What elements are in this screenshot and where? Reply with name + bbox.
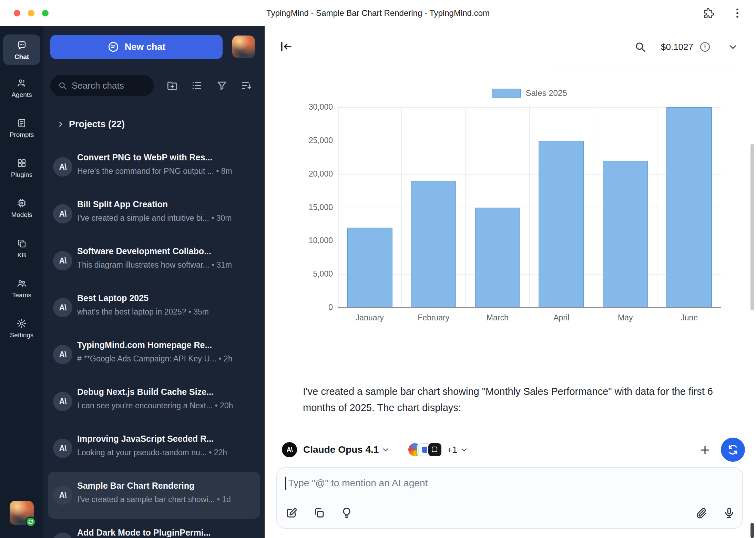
canvas-edit-icon[interactable] — [285, 507, 298, 519]
bulk-select-button[interactable] — [191, 80, 203, 91]
x-tick-label: March — [466, 313, 530, 322]
new-chat-button[interactable]: New chat — [50, 35, 223, 59]
chat-list-item[interactable]: A\Bill Split App CreationI've created a … — [48, 190, 260, 237]
chat-preview: This diagram illustrates how softwar... … — [77, 260, 254, 270]
plugin-icon-3[interactable] — [428, 443, 441, 456]
ai-logo-avatar: A\ — [53, 157, 72, 177]
ai-logo-avatar: A\ — [53, 251, 72, 270]
chat-title: Improving JavaScript Seeded R... — [77, 433, 254, 444]
gridline — [338, 208, 721, 208]
message-input[interactable]: Type "@" to mention an AI agent — [276, 467, 743, 529]
assistant-message: I've created a sample bar chart showing … — [303, 383, 735, 416]
projects-toggle[interactable]: Projects (22) — [57, 117, 125, 131]
suggestions-icon[interactable] — [340, 507, 353, 519]
chat-preview: Here's the command for PNG output ... • … — [77, 166, 254, 176]
ai-logo-avatar: A\ — [53, 345, 72, 364]
agents-icon — [17, 78, 27, 88]
filter-chats-button[interactable] — [216, 80, 228, 91]
chat-icon — [17, 40, 27, 50]
rail-item-teams[interactable]: Teams — [0, 278, 43, 299]
x-tick-label: April — [530, 313, 594, 322]
rail-item-label: Agents — [11, 91, 32, 99]
kb-icon — [17, 238, 27, 249]
add-attachment-button[interactable] — [698, 444, 712, 457]
y-tick-label: 15,000 — [285, 203, 333, 212]
rail-item-label: Chat — [14, 53, 29, 61]
voice-input-icon[interactable] — [723, 507, 735, 519]
rail-item-settings[interactable]: Settings — [0, 318, 43, 339]
rail-item-agents[interactable]: Agents — [0, 78, 43, 99]
cost-warning-icon[interactable] — [699, 41, 711, 53]
ai-logo-avatar: A\ — [53, 204, 72, 223]
chat-list-item[interactable]: A\Best Laptop 2025what's the best laptop… — [48, 284, 260, 331]
chat-time: • 1d — [217, 495, 231, 504]
chat-title: Software Development Collabo... — [77, 246, 254, 257]
x-tick-label: February — [402, 313, 466, 322]
rail-item-label: Prompts — [10, 131, 34, 139]
chat-title: Debug Next.js Build Cache Size... — [77, 386, 254, 397]
plugins-chevron-icon[interactable] — [460, 446, 468, 454]
attach-file-icon[interactable] — [695, 507, 708, 519]
rail-item-chat[interactable]: Chat — [3, 34, 40, 65]
chat-time: • 8m — [216, 167, 232, 176]
user-avatar[interactable] — [232, 36, 255, 58]
rail-item-kb[interactable]: KB — [0, 238, 43, 259]
ai-logo-avatar: A\ — [53, 486, 72, 505]
chat-preview: I've created a simple and intuitive bi..… — [77, 213, 254, 223]
chat-list-item[interactable]: A\Debug Next.js Build Cache Size...I can… — [48, 378, 260, 425]
chat-list-item[interactable]: A\Software Development Collabo...This di… — [48, 237, 260, 284]
sync-status-badge — [25, 517, 36, 527]
y-tick-label: 20,000 — [285, 169, 333, 179]
scrollbar-thumb-bottom[interactable] — [750, 523, 754, 538]
gridline — [338, 274, 721, 275]
regenerate-button[interactable] — [721, 438, 745, 462]
header-divider — [556, 69, 738, 69]
projects-label: Projects (22) — [69, 119, 125, 130]
rail-item-label: Settings — [10, 331, 34, 339]
model-avatar[interactable]: A\ — [282, 442, 297, 457]
search-chats-input[interactable]: Search chats — [50, 75, 154, 96]
browser-menu-icon[interactable] — [731, 7, 744, 19]
chart-x-axis-labels: JanuaryFebruaryMarchAprilMayJune — [338, 313, 721, 324]
chat-preview: what's the best laptop in 2025? • 35m — [77, 307, 254, 317]
account-avatar[interactable] — [10, 501, 34, 525]
chat-list-item[interactable]: A\Add Dark Mode to PluginPermi... — [48, 519, 260, 538]
models-icon — [17, 198, 27, 208]
refresh-icon — [727, 444, 739, 456]
model-chevron-icon[interactable] — [381, 446, 390, 454]
input-placeholder-row: Type "@" to mention an AI agent — [285, 476, 428, 490]
teams-icon — [17, 278, 27, 289]
chat-time: • 2h — [218, 354, 232, 363]
input-placeholder: Type "@" to mention an AI agent — [288, 478, 428, 489]
search-in-chat-button[interactable] — [634, 41, 646, 53]
chevron-down-icon[interactable] — [728, 42, 738, 52]
bar-june — [666, 107, 712, 308]
rail-item-plugins[interactable]: Plugins — [0, 158, 43, 179]
extensions-icon[interactable] — [703, 7, 715, 19]
rail-item-prompts[interactable]: Prompts — [0, 118, 43, 139]
chat-list-item[interactable]: A\Improving JavaScript Seeded R...Lookin… — [48, 425, 260, 472]
chat-preview: Looking at your pseudo-random nu... • 22… — [77, 448, 254, 457]
pages-icon[interactable] — [313, 507, 325, 519]
search-icon — [58, 81, 67, 90]
chat-time: • 31m — [212, 260, 232, 269]
gridline — [465, 107, 466, 308]
legend-swatch — [492, 89, 521, 98]
sort-chats-button[interactable] — [241, 80, 252, 91]
plugins-more-count[interactable]: +1 — [447, 445, 457, 455]
model-selector[interactable]: Claude Opus 4.1 — [303, 444, 379, 455]
chat-list-item[interactable]: A\Sample Bar Chart RenderingI've created… — [48, 472, 260, 519]
collapse-sidebar-button[interactable] — [279, 39, 293, 54]
chat-sidebar: New chat Search chats Projects (22) A\Co… — [43, 26, 265, 538]
new-folder-button[interactable] — [166, 80, 178, 91]
chat-title: Convert PNG to WebP with Res... — [77, 152, 254, 163]
new-chat-label: New chat — [125, 42, 166, 52]
y-tick-label: 0 — [285, 303, 333, 312]
composer-toolbar: A\ Claude Opus 4.1 +1 — [282, 442, 468, 457]
chat-list-item[interactable]: A\Convert PNG to WebP with Res...Here's … — [48, 143, 260, 190]
new-chat-icon — [108, 41, 119, 53]
chat-time: • 30m — [211, 213, 232, 222]
chat-list-item[interactable]: A\TypingMind.com Homepage Re...# **Googl… — [48, 331, 260, 378]
rail-item-models[interactable]: Models — [0, 198, 43, 219]
scrollbar-thumb[interactable] — [750, 144, 754, 310]
